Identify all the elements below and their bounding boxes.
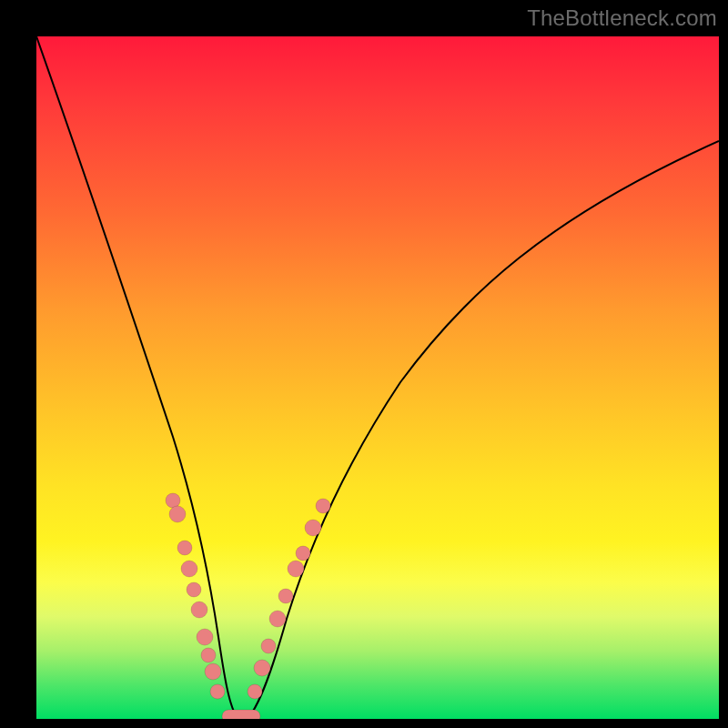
valley-pill	[222, 710, 260, 719]
data-dot	[261, 639, 276, 653]
data-dot	[248, 684, 262, 699]
watermark-text: TheBottleneck.com	[527, 5, 717, 31]
data-dot	[269, 611, 286, 627]
plot-area	[36, 36, 719, 719]
outer-frame: TheBottleneck.com	[0, 0, 728, 728]
data-dot	[177, 541, 192, 555]
data-dot	[296, 546, 310, 561]
data-dot	[197, 629, 213, 645]
data-dot	[205, 663, 221, 680]
data-dot	[305, 520, 321, 536]
data-dot	[254, 660, 270, 676]
data-dot	[187, 582, 201, 597]
bottleneck-curve	[36, 36, 719, 719]
data-dot	[201, 648, 216, 662]
data-dot	[278, 589, 293, 603]
data-dot	[210, 684, 225, 699]
data-dot	[191, 602, 207, 618]
data-dot	[316, 499, 330, 513]
curve-path	[36, 36, 719, 719]
data-dot	[181, 561, 197, 577]
data-dot	[288, 561, 304, 577]
data-dot	[169, 506, 186, 522]
data-dot	[166, 493, 180, 508]
